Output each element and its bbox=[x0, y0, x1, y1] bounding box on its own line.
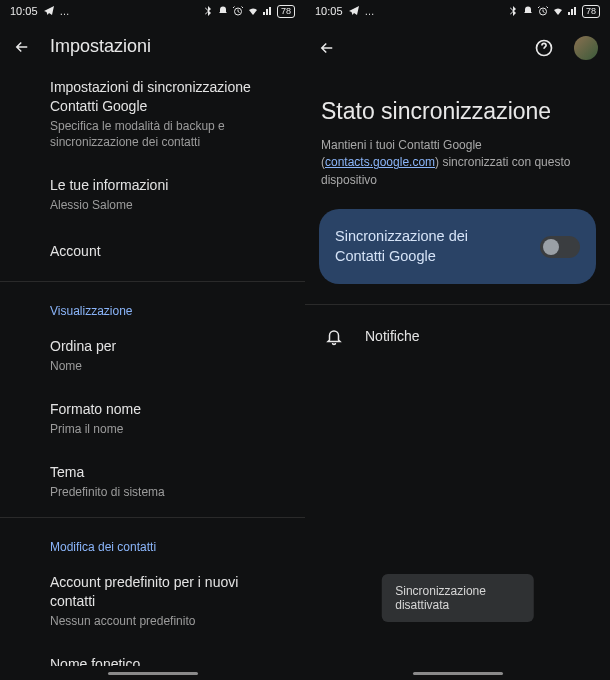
item-subtitle: Predefinito di sistema bbox=[50, 484, 287, 500]
back-button[interactable] bbox=[317, 38, 337, 58]
theme-item[interactable]: Tema Predefinito di sistema bbox=[0, 450, 305, 513]
item-title: Le tue informazioni bbox=[50, 176, 287, 195]
your-info-item[interactable]: Le tue informazioni Alessio Salome bbox=[0, 163, 305, 226]
contacts-link[interactable]: contacts.google.com bbox=[325, 155, 435, 169]
mute-icon bbox=[217, 5, 229, 17]
alarm-icon bbox=[537, 5, 549, 17]
nav-handle[interactable] bbox=[108, 672, 198, 675]
name-format-item[interactable]: Formato nome Prima il nome bbox=[0, 387, 305, 450]
bell-icon bbox=[325, 328, 343, 346]
settings-screen: 10:05 … 78 bbox=[0, 0, 305, 680]
signal-icon bbox=[262, 5, 274, 17]
more-icon: … bbox=[365, 6, 375, 17]
sort-by-item[interactable]: Ordina per Nome bbox=[0, 324, 305, 387]
app-header bbox=[305, 22, 610, 68]
item-subtitle: Prima il nome bbox=[50, 421, 287, 437]
section-edit: Modifica dei contatti bbox=[0, 522, 305, 560]
item-title: Impostazioni di sincronizzazione Contatt… bbox=[50, 78, 287, 116]
profile-avatar[interactable] bbox=[574, 36, 598, 60]
bluetooth-icon bbox=[202, 5, 214, 17]
divider bbox=[0, 281, 305, 282]
wifi-icon bbox=[552, 5, 564, 17]
item-title: Account bbox=[50, 242, 287, 261]
account-item[interactable]: Account bbox=[0, 226, 305, 277]
item-subtitle: Specifica le modalità di backup e sincro… bbox=[50, 118, 287, 150]
status-bar: 10:05 … 78 bbox=[0, 0, 305, 22]
help-button[interactable] bbox=[532, 36, 556, 60]
alarm-icon bbox=[232, 5, 244, 17]
telegram-icon bbox=[348, 5, 360, 17]
mute-icon bbox=[522, 5, 534, 17]
back-button[interactable] bbox=[12, 37, 32, 57]
status-bar: 10:05 … 78 bbox=[305, 0, 610, 22]
telegram-icon bbox=[43, 5, 55, 17]
battery-indicator: 78 bbox=[582, 5, 600, 18]
sync-status-screen: 10:05 … 78 bbox=[305, 0, 610, 680]
item-subtitle: Nessun account predefinito bbox=[50, 613, 287, 629]
item-subtitle: Nome bbox=[50, 358, 287, 374]
bluetooth-icon bbox=[507, 5, 519, 17]
notif-label: Notifiche bbox=[365, 327, 419, 346]
app-header: Impostazioni bbox=[0, 22, 305, 65]
battery-indicator: 78 bbox=[277, 5, 295, 18]
divider bbox=[0, 517, 305, 518]
item-title: Formato nome bbox=[50, 400, 287, 419]
nav-handle[interactable] bbox=[413, 672, 503, 675]
status-time: 10:05 bbox=[315, 5, 343, 17]
phonetic-name-item[interactable]: Nome fonetico Nascondi se vuoto bbox=[0, 642, 305, 666]
nav-bar bbox=[0, 666, 305, 680]
nav-bar bbox=[305, 666, 610, 680]
settings-list: Impostazioni di sincronizzazione Contatt… bbox=[0, 65, 305, 666]
notifications-item[interactable]: Notifiche bbox=[305, 305, 610, 368]
more-icon: … bbox=[60, 6, 70, 17]
item-subtitle: Alessio Salome bbox=[50, 197, 287, 213]
section-display: Visualizzazione bbox=[0, 286, 305, 324]
signal-icon bbox=[567, 5, 579, 17]
item-title: Account predefinito per i nuovi contatti bbox=[50, 573, 287, 611]
page-description: Mantieni i tuoi Contatti Google (contact… bbox=[305, 133, 610, 209]
header-title: Impostazioni bbox=[50, 36, 151, 57]
item-title: Nome fonetico bbox=[50, 655, 287, 666]
wifi-icon bbox=[247, 5, 259, 17]
sync-toggle-card[interactable]: Sincronizzazione dei Contatti Google bbox=[319, 209, 596, 284]
item-title: Tema bbox=[50, 463, 287, 482]
item-title: Ordina per bbox=[50, 337, 287, 356]
page-title: Stato sincronizzazione bbox=[305, 68, 610, 133]
sync-settings-item[interactable]: Impostazioni di sincronizzazione Contatt… bbox=[0, 65, 305, 163]
sync-card-label: Sincronizzazione dei Contatti Google bbox=[335, 227, 495, 266]
default-account-item[interactable]: Account predefinito per i nuovi contatti… bbox=[0, 560, 305, 642]
toast-message: Sincronizzazione disattivata bbox=[381, 574, 534, 622]
status-time: 10:05 bbox=[10, 5, 38, 17]
sync-toggle[interactable] bbox=[540, 236, 580, 258]
